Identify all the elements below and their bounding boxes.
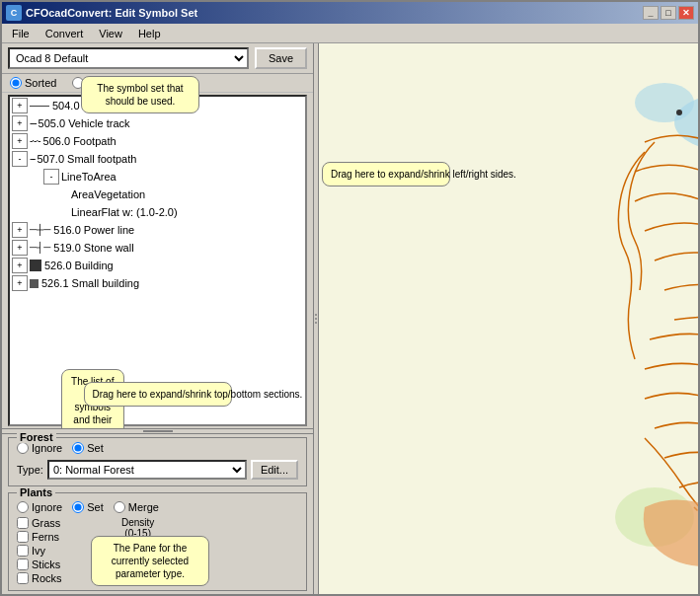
menubar: File Convert View Help	[2, 24, 698, 43]
symbol-line-505: - - -	[30, 115, 36, 131]
tree-item-519[interactable]: + ─┤─ 519.0 Stone wall	[10, 239, 305, 257]
plants-set-radio[interactable]	[72, 501, 84, 513]
plants-legend: Plants	[17, 486, 55, 498]
callout-drag-left-right: Drag here to expand/shrink left/right si…	[322, 162, 450, 186]
map-svg: ✕ 🏃 Map Area	[319, 43, 698, 594]
plants-radio-group: Ignore Set Merge	[17, 501, 298, 513]
forest-ignore-label[interactable]: Ignore	[17, 442, 62, 454]
left-panel: Ocad 8 Default Save The symbol set that …	[2, 43, 313, 594]
menu-help[interactable]: Help	[130, 26, 169, 41]
callout-symbol-set: The symbol set that should be used.	[81, 76, 199, 113]
tree-item-505[interactable]: + - - - 505.0 Vehicle track	[10, 114, 305, 132]
checkbox-rocks[interactable]	[17, 572, 29, 584]
symbol-square-526-1	[30, 279, 39, 288]
tree-item-507[interactable]: - --·-- 507.0 Small footpath	[10, 150, 305, 168]
checkbox-ferns[interactable]	[17, 531, 29, 543]
forest-section: Forest Ignore Set Type:	[8, 437, 307, 486]
tree-item-506[interactable]: + -·-·- 506.0 Footpath	[10, 132, 305, 150]
symbol-line-507: --·--	[30, 151, 35, 167]
forest-ignore-radio[interactable]	[17, 442, 29, 454]
plants-merge-radio[interactable]	[114, 501, 125, 513]
symbol-line-516: ─┼─	[30, 222, 50, 238]
plants-set-label[interactable]: Set	[72, 501, 104, 513]
callout-pane-info: The Pane for the currently selected para…	[91, 536, 209, 586]
callout-drag-top-bottom: Drag here to expand/shrink top/bottom se…	[84, 382, 232, 407]
radio-sorted[interactable]	[10, 77, 22, 89]
symbol-square-526	[30, 260, 41, 271]
radio-sorted-label[interactable]: Sorted	[10, 77, 56, 89]
checkbox-sticks[interactable]	[17, 559, 29, 570]
svg-point-2	[635, 83, 694, 122]
window-title: CFOcadConvert: Edit Symbol Set	[26, 7, 197, 19]
expander-526[interactable]: +	[12, 258, 28, 273]
expander-506[interactable]: +	[12, 133, 28, 149]
expander-507[interactable]: -	[12, 151, 28, 167]
checkbox-grass[interactable]	[17, 517, 29, 529]
forest-set-label[interactable]: Set	[72, 442, 104, 454]
plants-ignore-radio[interactable]	[17, 501, 29, 513]
tree-item-linearflat[interactable]: LinearFlat w: (1.0-2.0)	[10, 203, 305, 221]
minimize-button[interactable]: _	[643, 6, 659, 20]
tree-item-areavegetation[interactable]: AreaVegetation	[10, 186, 305, 203]
expander-505[interactable]: +	[12, 115, 28, 131]
tree-item-linetoarea[interactable]: - LineToArea	[10, 168, 305, 186]
menu-file[interactable]: File	[4, 26, 38, 41]
forest-radio-group: Ignore Set	[17, 442, 298, 454]
plants-ignore-label[interactable]: Ignore	[17, 501, 62, 513]
forest-type-select[interactable]: 0: Normal Forest	[47, 460, 247, 480]
forest-set-radio[interactable]	[72, 442, 84, 454]
titlebar-buttons: _ □ ✕	[643, 6, 694, 20]
menu-convert[interactable]: Convert	[38, 26, 92, 41]
save-button[interactable]: Save	[255, 47, 307, 69]
app-icon: C	[6, 5, 22, 21]
svg-point-10	[676, 110, 682, 115]
checkbox-ivy[interactable]	[17, 545, 29, 557]
forest-edit-button[interactable]: Edit...	[251, 460, 298, 480]
expander-linetoarea[interactable]: -	[43, 169, 59, 185]
main-window: C CFOcadConvert: Edit Symbol Set _ □ ✕ F…	[0, 0, 700, 596]
symbol-line-504: ——	[30, 98, 49, 113]
tree-item-526[interactable]: + 526.0 Building	[10, 257, 305, 274]
plants-merge-label[interactable]: Merge	[114, 501, 159, 513]
expander-519[interactable]: +	[12, 240, 28, 256]
symbol-set-dropdown[interactable]: Ocad 8 Default	[8, 47, 249, 69]
titlebar: C CFOcadConvert: Edit Symbol Set _ □ ✕	[2, 2, 698, 24]
forest-type-row: Type: 0: Normal Forest Edit...	[17, 460, 298, 480]
tree-item-526-1[interactable]: + 526.1 Small building	[10, 274, 305, 292]
maximize-button[interactable]: □	[661, 6, 676, 20]
menu-view[interactable]: View	[91, 26, 130, 41]
map-area: ✕ 🏃 Map Area	[319, 43, 698, 594]
symbol-line-506: -·-·-	[30, 133, 40, 149]
expander-516[interactable]: +	[12, 222, 28, 238]
symbol-tree[interactable]: + —— 504.0 Road + - - - 505.0 Vehicle tr…	[8, 95, 307, 426]
expander-504[interactable]: +	[12, 98, 28, 113]
tree-item-516[interactable]: + ─┼─ 516.0 Power line	[10, 221, 305, 239]
forest-type-label: Type:	[17, 464, 43, 476]
close-button[interactable]: ✕	[678, 6, 694, 20]
main-content: Ocad 8 Default Save The symbol set that …	[2, 43, 698, 594]
toolbar: Ocad 8 Default Save	[2, 43, 313, 74]
checkbox-grass-label[interactable]: Grass	[17, 517, 116, 529]
forest-legend: Forest	[17, 431, 56, 443]
symbol-line-519: ─┤─	[30, 240, 50, 256]
expander-526-1[interactable]: +	[12, 275, 28, 291]
